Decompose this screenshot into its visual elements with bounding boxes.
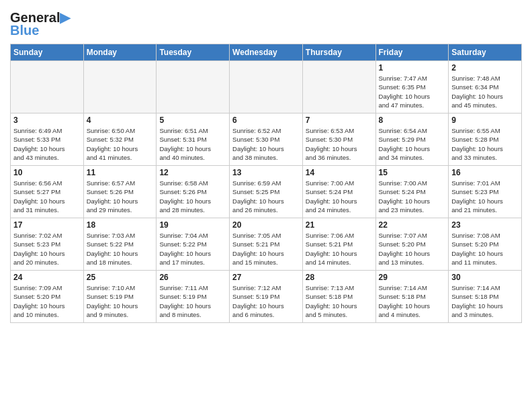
day-cell: [83, 61, 157, 113]
day-info: Sunrise: 6:51 AM Sunset: 5:31 PM Dayligh…: [159, 126, 226, 162]
day-number: 9: [451, 116, 519, 125]
day-cell: 24Sunrise: 7:09 AM Sunset: 5:20 PM Dayli…: [11, 271, 84, 323]
day-cell: [302, 61, 375, 113]
day-cell: 18Sunrise: 7:03 AM Sunset: 5:22 PM Dayli…: [83, 218, 157, 271]
header: General▶ Blue: [10, 7, 522, 38]
day-cell: 8Sunrise: 6:54 AM Sunset: 5:29 PM Daylig…: [375, 113, 449, 166]
weekday-friday: Friday: [375, 44, 449, 61]
logo-blue: Blue: [10, 23, 39, 38]
weekday-sunday: Sunday: [11, 44, 84, 61]
day-cell: 9Sunrise: 6:55 AM Sunset: 5:28 PM Daylig…: [449, 113, 522, 166]
day-info: Sunrise: 6:49 AM Sunset: 5:33 PM Dayligh…: [13, 126, 81, 162]
day-number: 15: [379, 168, 446, 177]
day-cell: 15Sunrise: 7:00 AM Sunset: 5:24 PM Dayli…: [375, 166, 449, 218]
week-row-5: 24Sunrise: 7:09 AM Sunset: 5:20 PM Dayli…: [11, 271, 522, 323]
day-info: Sunrise: 6:58 AM Sunset: 5:26 PM Dayligh…: [159, 179, 226, 214]
main-container: General▶ Blue SundayMondayTuesdayWednesd…: [0, 0, 532, 326]
day-info: Sunrise: 6:53 AM Sunset: 5:30 PM Dayligh…: [306, 126, 373, 162]
day-cell: 20Sunrise: 7:05 AM Sunset: 5:21 PM Dayli…: [230, 218, 303, 271]
day-info: Sunrise: 7:11 AM Sunset: 5:19 PM Dayligh…: [159, 283, 226, 319]
day-cell: 22Sunrise: 7:07 AM Sunset: 5:20 PM Dayli…: [375, 218, 449, 271]
day-cell: 21Sunrise: 7:06 AM Sunset: 5:21 PM Dayli…: [302, 218, 375, 271]
day-number: 19: [159, 220, 226, 230]
day-number: 6: [232, 116, 300, 125]
week-row-3: 10Sunrise: 6:56 AM Sunset: 5:27 PM Dayli…: [11, 166, 522, 218]
day-info: Sunrise: 7:13 AM Sunset: 5:18 PM Dayligh…: [306, 283, 373, 319]
logo: General▶ Blue: [10, 9, 70, 38]
day-cell: 23Sunrise: 7:08 AM Sunset: 5:20 PM Dayli…: [449, 218, 522, 271]
day-cell: 12Sunrise: 6:58 AM Sunset: 5:26 PM Dayli…: [157, 166, 230, 218]
day-cell: 13Sunrise: 6:59 AM Sunset: 5:25 PM Dayli…: [230, 166, 303, 218]
day-info: Sunrise: 7:12 AM Sunset: 5:19 PM Dayligh…: [232, 283, 300, 319]
day-number: 24: [13, 273, 81, 282]
day-number: 8: [379, 116, 446, 125]
day-cell: 10Sunrise: 6:56 AM Sunset: 5:27 PM Dayli…: [11, 166, 84, 218]
day-number: 1: [379, 63, 446, 73]
day-cell: 29Sunrise: 7:14 AM Sunset: 5:18 PM Dayli…: [375, 271, 449, 323]
day-info: Sunrise: 6:52 AM Sunset: 5:30 PM Dayligh…: [232, 126, 300, 162]
day-number: 5: [159, 116, 226, 125]
day-number: 18: [87, 220, 154, 230]
day-cell: 14Sunrise: 7:00 AM Sunset: 5:24 PM Dayli…: [302, 166, 375, 218]
day-cell: [11, 61, 84, 113]
day-cell: 3Sunrise: 6:49 AM Sunset: 5:33 PM Daylig…: [11, 113, 84, 166]
day-info: Sunrise: 7:00 AM Sunset: 5:24 PM Dayligh…: [379, 179, 446, 214]
day-info: Sunrise: 7:07 AM Sunset: 5:20 PM Dayligh…: [379, 231, 446, 267]
day-info: Sunrise: 6:57 AM Sunset: 5:26 PM Dayligh…: [87, 179, 154, 214]
day-cell: 16Sunrise: 7:01 AM Sunset: 5:23 PM Dayli…: [449, 166, 522, 218]
day-info: Sunrise: 7:47 AM Sunset: 6:35 PM Dayligh…: [379, 74, 446, 109]
day-info: Sunrise: 7:14 AM Sunset: 5:18 PM Dayligh…: [379, 283, 446, 319]
weekday-tuesday: Tuesday: [157, 44, 230, 61]
day-info: Sunrise: 6:50 AM Sunset: 5:32 PM Dayligh…: [87, 126, 154, 162]
day-info: Sunrise: 7:04 AM Sunset: 5:22 PM Dayligh…: [159, 231, 226, 267]
week-row-4: 17Sunrise: 7:02 AM Sunset: 5:23 PM Dayli…: [11, 218, 522, 271]
day-info: Sunrise: 6:54 AM Sunset: 5:29 PM Dayligh…: [379, 126, 446, 162]
day-number: 30: [451, 273, 519, 282]
day-info: Sunrise: 7:03 AM Sunset: 5:22 PM Dayligh…: [87, 231, 154, 267]
day-number: 25: [87, 273, 154, 282]
day-cell: 1Sunrise: 7:47 AM Sunset: 6:35 PM Daylig…: [375, 61, 449, 113]
weekday-thursday: Thursday: [302, 44, 375, 61]
day-number: 13: [232, 168, 300, 177]
day-number: 3: [13, 116, 81, 125]
day-number: 22: [379, 220, 446, 230]
week-row-2: 3Sunrise: 6:49 AM Sunset: 5:33 PM Daylig…: [11, 113, 522, 166]
day-cell: 4Sunrise: 6:50 AM Sunset: 5:32 PM Daylig…: [83, 113, 157, 166]
day-number: 7: [306, 116, 373, 125]
day-cell: 27Sunrise: 7:12 AM Sunset: 5:19 PM Dayli…: [230, 271, 303, 323]
day-cell: 19Sunrise: 7:04 AM Sunset: 5:22 PM Dayli…: [157, 218, 230, 271]
week-row-1: 1Sunrise: 7:47 AM Sunset: 6:35 PM Daylig…: [11, 61, 522, 113]
day-number: 21: [306, 220, 373, 230]
day-cell: 7Sunrise: 6:53 AM Sunset: 5:30 PM Daylig…: [302, 113, 375, 166]
day-info: Sunrise: 7:01 AM Sunset: 5:23 PM Dayligh…: [451, 179, 519, 214]
day-number: 17: [13, 220, 81, 230]
day-info: Sunrise: 7:09 AM Sunset: 5:20 PM Dayligh…: [13, 283, 81, 319]
day-cell: 6Sunrise: 6:52 AM Sunset: 5:30 PM Daylig…: [230, 113, 303, 166]
day-number: 26: [159, 273, 226, 282]
calendar-table: SundayMondayTuesdayWednesdayThursdayFrid…: [10, 44, 522, 323]
day-info: Sunrise: 7:48 AM Sunset: 6:34 PM Dayligh…: [451, 74, 519, 109]
day-info: Sunrise: 6:59 AM Sunset: 5:25 PM Dayligh…: [232, 179, 300, 214]
day-number: 14: [306, 168, 373, 177]
day-number: 28: [306, 273, 373, 282]
day-cell: 5Sunrise: 6:51 AM Sunset: 5:31 PM Daylig…: [157, 113, 230, 166]
day-info: Sunrise: 6:55 AM Sunset: 5:28 PM Dayligh…: [451, 126, 519, 162]
day-info: Sunrise: 7:08 AM Sunset: 5:20 PM Dayligh…: [451, 231, 519, 267]
day-info: Sunrise: 7:02 AM Sunset: 5:23 PM Dayligh…: [13, 231, 81, 267]
weekday-wednesday: Wednesday: [230, 44, 303, 61]
day-number: 4: [87, 116, 154, 125]
day-cell: 28Sunrise: 7:13 AM Sunset: 5:18 PM Dayli…: [302, 271, 375, 323]
day-number: 2: [451, 63, 519, 73]
day-cell: 11Sunrise: 6:57 AM Sunset: 5:26 PM Dayli…: [83, 166, 157, 218]
day-number: 16: [451, 168, 519, 177]
day-number: 20: [232, 220, 300, 230]
day-info: Sunrise: 7:06 AM Sunset: 5:21 PM Dayligh…: [306, 231, 373, 267]
day-cell: [230, 61, 303, 113]
weekday-header-row: SundayMondayTuesdayWednesdayThursdayFrid…: [11, 44, 522, 61]
day-cell: 26Sunrise: 7:11 AM Sunset: 5:19 PM Dayli…: [157, 271, 230, 323]
weekday-monday: Monday: [83, 44, 157, 61]
day-number: 29: [379, 273, 446, 282]
day-info: Sunrise: 7:05 AM Sunset: 5:21 PM Dayligh…: [232, 231, 300, 267]
day-cell: 17Sunrise: 7:02 AM Sunset: 5:23 PM Dayli…: [11, 218, 84, 271]
day-cell: 2Sunrise: 7:48 AM Sunset: 6:34 PM Daylig…: [449, 61, 522, 113]
